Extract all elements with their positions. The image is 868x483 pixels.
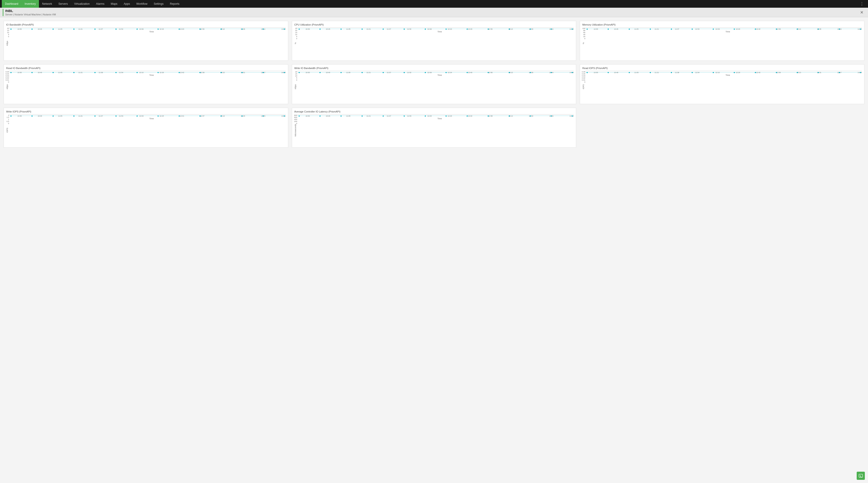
chart-read-iops: Read IOPS (PrismAPI) IOPS [580,64,864,104]
chart-row-2: Read IO Bandwidth (PrismAPI) KBps [4,64,864,104]
nav-item-workflow[interactable]: Workflow [133,0,151,8]
chart-title-0: IO Bandwidth (PrismAPI) [6,23,286,26]
chart-title-2: Memory Utilization (PrismAPI) [582,23,862,26]
terminal-icon[interactable] [857,472,865,480]
x-label-2: Time [585,31,862,33]
nav-item-inventory[interactable]: Inventory [22,0,39,8]
more-options-icon[interactable]: ⋮ [858,1,866,6]
nav-item-virtualization[interactable]: Virtualization [71,0,93,8]
chart-row-1: IO Bandwidth (PrismAPI) KBps [4,21,864,61]
page-header: INBL Server | Nutanix Virtual Machine | … [0,8,868,17]
nav-item-alarms[interactable]: Alarms [93,0,107,8]
main-content: IO Bandwidth (PrismAPI) KBps [0,17,868,483]
breadcrumb: Server | Nutanix Virtual Machine | Nutan… [5,13,56,16]
chart-write-iops: Write IOPS (PrismAPI) IOPS [4,108,288,148]
nav-item-maps[interactable]: Maps [107,0,120,8]
chart-memory-utilization: Memory Utilization (PrismAPI) % [580,21,864,61]
navbar: Dashboard Inventory Network Servers Virt… [0,0,868,8]
x-label-5: Time [585,74,862,76]
chart-io-bandwidth: IO Bandwidth (PrismAPI) KBps [4,21,288,61]
nav-item-dashboard[interactable]: Dashboard [2,0,22,8]
page-title: INBL [5,9,56,13]
svg-rect-0 [859,474,863,477]
chart-placeholder-empty [580,108,864,148]
x-label-0: Time [9,31,286,33]
chart-read-io-bandwidth: Read IO Bandwidth (PrismAPI) KBps [4,64,288,104]
chart-title-4: Write IO Bandwidth (PrismAPI) [294,67,574,69]
x-label-7: Time [298,118,574,120]
x-label-3: Time [9,74,286,76]
nav-item-network[interactable]: Network [39,0,55,8]
nav-item-apps[interactable]: Apps [121,0,133,8]
chart-inner-5: 0.050.040.030.020.010 [585,71,862,71]
chart-write-io-bandwidth: Write IO Bandwidth (PrismAPI) KBps [292,64,577,104]
chart-avg-controller-io-latency: Average Controller IO Latency (PrismAPI)… [292,108,577,148]
x-label-6: Time [9,118,286,120]
chart-inner-3: 0.050.040.030.020.010 [9,71,286,71]
chart-area-4: KBps [294,71,574,102]
chart-title-5: Read IOPS (PrismAPI) [582,67,862,69]
chart-area-2: % [582,27,862,59]
chart-cpu-utilization: CPU Utilization (PrismAPI) % [292,21,577,61]
chart-inner-0: 20151050 [9,27,286,28]
chart-inner-7: 8006004002000 [298,114,574,115]
chart-title-1: CPU Utilization (PrismAPI) [294,23,574,26]
chart-area-6: IOPS [6,114,286,146]
nav-item-servers[interactable]: Servers [55,0,71,8]
x-label-4: Time [298,74,574,76]
chart-inner-4: 20151050 [298,71,574,71]
chart-area-3: KBps [6,71,286,102]
chart-area-1: % [294,27,574,59]
chart-inner-1: 2520151050 [298,27,574,28]
chart-title-6: Write IOPS (PrismAPI) [6,110,286,113]
nav-item-settings[interactable]: Settings [151,0,167,8]
chart-area-0: KBps [6,27,286,59]
chart-title-7: Average Controller IO Latency (PrismAPI) [294,110,574,113]
close-icon[interactable]: ✕ [858,9,865,16]
header-bar-accent [3,9,3,16]
x-label-1: Time [298,31,574,33]
chart-inner-2: 100806040200 [585,27,862,28]
chart-row-3: Write IOPS (PrismAPI) IOPS [4,108,864,148]
nav-item-reports[interactable]: Reports [167,0,183,8]
chart-title-3: Read IO Bandwidth (PrismAPI) [6,67,286,69]
chart-area-7: Microseconds [294,114,574,146]
chart-inner-6: 21.510.50 [9,114,286,115]
chart-area-5: IOPS [582,71,862,102]
